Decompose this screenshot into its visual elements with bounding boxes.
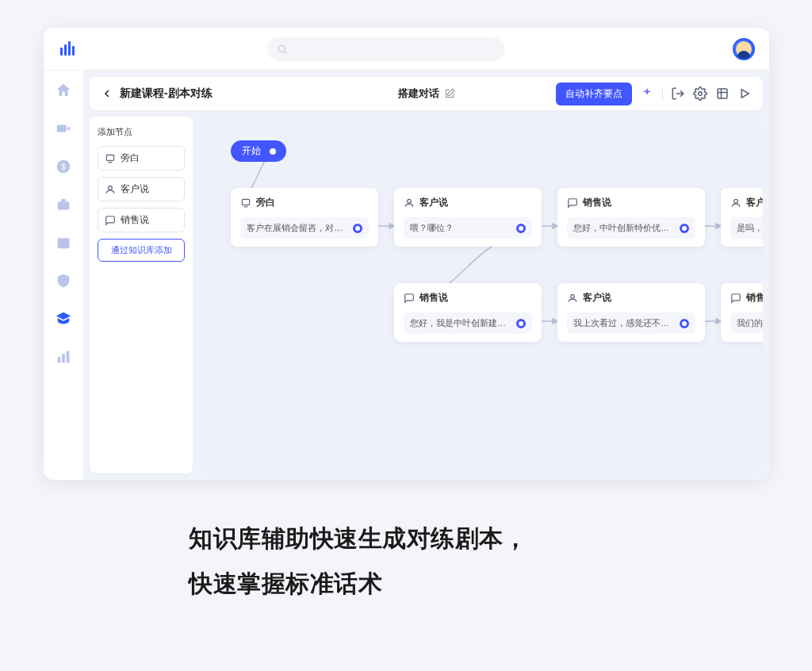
node-header: 客户说 <box>730 196 763 209</box>
node-header: 客户说 <box>404 196 532 209</box>
sidebar: $ <box>44 71 83 480</box>
customer-icon <box>105 184 116 195</box>
sales-icon <box>105 215 116 226</box>
grid-icon[interactable] <box>715 86 730 101</box>
node-content: 客户在展销会留咨，对建... <box>240 217 369 239</box>
svg-point-20 <box>734 199 738 203</box>
search-input[interactable] <box>267 37 505 61</box>
svg-rect-0 <box>60 48 63 56</box>
node-panel: 添加节点 旁白 客户说 销售说 通过知识库添加 <box>90 117 193 474</box>
start-node[interactable]: 开始 <box>231 140 286 162</box>
svg-rect-13 <box>67 351 70 363</box>
sparkle-icon[interactable] <box>640 86 654 101</box>
node-type-narration[interactable]: 旁白 <box>98 146 185 171</box>
flow-node[interactable]: 客户说是吗，刚好 <box>721 188 763 247</box>
sidebar-item-briefcase[interactable] <box>55 196 72 213</box>
customer-icon <box>730 197 741 209</box>
port-icon[interactable] <box>516 224 526 233</box>
svg-rect-11 <box>58 357 61 362</box>
play-icon[interactable] <box>737 86 752 101</box>
node-content: 喂？哪位？ <box>404 217 532 239</box>
flow-node[interactable]: 销售说您好，我是中叶创新建材... <box>394 283 542 342</box>
port-icon[interactable] <box>680 319 689 328</box>
svg-rect-12 <box>62 354 65 362</box>
sidebar-item-education[interactable] <box>55 310 72 328</box>
sidebar-item-coin[interactable]: $ <box>55 158 72 175</box>
node-content: 我们的建材 <box>730 312 763 334</box>
topbar <box>44 28 769 71</box>
export-icon[interactable] <box>671 86 685 101</box>
flow-node[interactable]: 客户说我上次看过，感觉还不错... <box>557 283 705 342</box>
svg-point-21 <box>571 294 575 298</box>
svg-rect-16 <box>106 155 113 160</box>
svg-point-19 <box>408 199 412 203</box>
marketing-caption: 知识库辅助快速生成对练剧本， 快速掌握标准话术 <box>189 516 633 606</box>
search-icon <box>277 44 288 55</box>
flow-node[interactable]: 客户说喂？哪位？ <box>394 188 542 247</box>
node-header: 销售说 <box>567 196 695 209</box>
svg-rect-18 <box>242 199 249 205</box>
avatar[interactable] <box>733 38 755 60</box>
sales-icon <box>404 293 415 304</box>
breadcrumb: 新建课程-剧本对练 <box>120 86 213 101</box>
svg-rect-2 <box>68 41 71 56</box>
customer-icon <box>567 293 578 304</box>
port-icon <box>267 146 278 157</box>
add-from-kb-button[interactable]: 通过知识库添加 <box>98 239 185 262</box>
node-type-customer[interactable]: 客户说 <box>98 177 185 201</box>
node-content: 我上次看过，感觉还不错... <box>567 312 695 334</box>
svg-rect-10 <box>58 239 70 242</box>
sidebar-item-shield[interactable] <box>55 272 72 289</box>
svg-text:$: $ <box>61 163 66 171</box>
svg-point-17 <box>109 186 113 190</box>
port-icon[interactable] <box>680 224 689 233</box>
svg-point-4 <box>278 45 285 52</box>
panel-title: 添加节点 <box>98 126 185 138</box>
port-icon[interactable] <box>516 319 526 328</box>
node-content: 是吗，刚好 <box>730 217 763 239</box>
customer-icon <box>404 197 415 209</box>
flow-node[interactable]: 旁白客户在展销会留咨，对建... <box>231 188 378 247</box>
flow-node[interactable]: 销售说我们的建材 <box>721 283 763 342</box>
page-title: 搭建对话 <box>398 86 455 101</box>
node-header: 旁白 <box>240 196 369 209</box>
edit-icon[interactable] <box>444 88 455 99</box>
gear-icon[interactable] <box>693 86 707 101</box>
back-icon[interactable] <box>101 87 113 100</box>
narration-icon <box>240 197 251 209</box>
app-logo <box>58 40 77 59</box>
auto-fill-button[interactable]: 自动补齐要点 <box>556 82 632 105</box>
svg-rect-8 <box>58 201 70 209</box>
svg-rect-15 <box>718 89 727 98</box>
node-content: 您好，我是中叶创新建材... <box>404 312 532 334</box>
svg-rect-5 <box>57 125 67 132</box>
node-content: 您好，中叶创新特价优惠... <box>567 217 695 239</box>
port-icon[interactable] <box>353 224 362 233</box>
toolbar: 新建课程-剧本对练 搭建对话 自动补齐要点 <box>90 77 763 110</box>
node-header: 销售说 <box>730 291 763 305</box>
narration-icon <box>105 153 116 164</box>
sidebar-item-calendar[interactable] <box>55 234 72 251</box>
sidebar-item-video[interactable] <box>55 120 72 137</box>
flow-canvas[interactable]: 开始 旁白客户在展销会留咨，对建...客户说喂？哪位？销售说您好，中叶创新特价优… <box>199 117 763 474</box>
svg-point-14 <box>699 92 703 96</box>
sales-icon <box>567 197 578 209</box>
svg-rect-1 <box>64 44 67 56</box>
node-header: 客户说 <box>567 291 695 305</box>
node-type-sales[interactable]: 销售说 <box>98 208 185 232</box>
sidebar-item-stats[interactable] <box>55 348 72 366</box>
sales-icon <box>730 293 741 304</box>
svg-rect-3 <box>72 46 75 56</box>
flow-node[interactable]: 销售说您好，中叶创新特价优惠... <box>557 188 705 247</box>
node-header: 销售说 <box>404 291 532 305</box>
sidebar-item-home[interactable] <box>55 82 72 99</box>
